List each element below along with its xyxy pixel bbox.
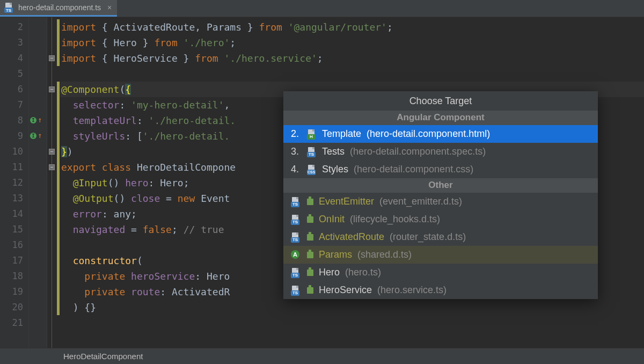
editor-tab[interactable]: TS hero-detail.component.ts × xyxy=(0,0,117,17)
navigate-up-icon[interactable]: ↑ xyxy=(38,131,42,140)
line-number: 13 xyxy=(0,191,28,206)
angular-icon: A xyxy=(291,250,301,260)
popup-item-number: 2. xyxy=(291,128,302,140)
code-line[interactable]: import { Hero } from './hero'; xyxy=(60,35,644,50)
popup-item[interactable]: TSOnInit (lifecycle_hooks.d.ts) xyxy=(283,210,598,228)
popup-item-number: 4. xyxy=(291,164,302,175)
ts-file-icon: TS xyxy=(307,147,317,157)
popup-item-label: Styles xyxy=(322,164,348,175)
popup-item-sub: (router_state.d.ts) xyxy=(390,231,466,243)
popup-item-sub: (lifecycle_hooks.d.ts) xyxy=(350,214,440,225)
navigatable-icon xyxy=(307,199,313,205)
ts-file-icon: TS xyxy=(4,3,14,12)
popup-item-number: 3. xyxy=(291,146,302,157)
popup-item-label: Hero xyxy=(319,267,340,278)
ts-file-icon: TS xyxy=(291,268,301,278)
popup-item[interactable]: TSEventEmitter (event_emitter.d.ts) xyxy=(283,193,598,210)
popup-item[interactable]: 3.TSTests (hero-detail.component.spec.ts… xyxy=(283,143,598,161)
popup-item-label: Params xyxy=(319,249,352,260)
line-number: 6 xyxy=(0,82,28,97)
line-number: 11 xyxy=(0,159,28,175)
code-line[interactable]: ) {} xyxy=(60,300,644,315)
tab-filename: hero-detail.component.ts xyxy=(18,3,101,12)
code-line[interactable] xyxy=(60,66,644,82)
line-number: 18 xyxy=(0,268,28,284)
line-number: 3 xyxy=(0,35,28,50)
navigatable-icon xyxy=(307,216,313,223)
fold-toggle[interactable]: − xyxy=(49,149,55,155)
line-number: 14 xyxy=(0,206,28,222)
popup-item-label: EventEmitter xyxy=(319,196,374,207)
line-number: 2 xyxy=(0,19,28,35)
line-number: 16 xyxy=(0,237,28,253)
popup-item-sub: (hero.ts) xyxy=(345,267,381,278)
popup-title: Choose Target xyxy=(283,91,598,111)
ts-file-icon: TS xyxy=(291,215,301,224)
ts-file-icon: TS xyxy=(291,286,301,295)
navigatable-icon xyxy=(307,287,313,294)
line-number: 19 xyxy=(0,284,28,300)
popup-item-label: OnInit xyxy=(319,214,345,225)
choose-target-popup: Choose Target Angular Component2.HTempla… xyxy=(283,91,598,299)
popup-item-sub: (hero-detail.component.html) xyxy=(367,128,490,140)
tab-bar: TS hero-detail.component.ts × xyxy=(0,0,644,17)
popup-item[interactable]: AParams (shared.d.ts) xyxy=(283,246,598,264)
popup-section-header: Other xyxy=(283,178,598,193)
popup-section-header: Angular Component xyxy=(283,111,598,125)
fold-toggle[interactable]: − xyxy=(49,86,55,92)
popup-item[interactable]: TSActivatedRoute (router_state.d.ts) xyxy=(283,228,598,246)
navigate-up-icon[interactable]: ↑ xyxy=(38,115,42,124)
line-number-gutter: 23456789101112131415161718192021 xyxy=(0,17,29,348)
line-number: 10 xyxy=(0,144,28,159)
popup-item[interactable]: 4.CSSStyles (hero-detail.component.css) xyxy=(283,161,598,178)
popup-item[interactable]: 2.HTemplate (hero-detail.component.html) xyxy=(283,125,598,143)
popup-item-sub: (hero.service.ts) xyxy=(377,285,447,296)
fold-toggle[interactable]: − xyxy=(49,164,55,170)
popup-item-label: HeroService xyxy=(319,285,372,296)
ts-file-icon: TS xyxy=(291,197,301,207)
popup-item[interactable]: TSHero (hero.ts) xyxy=(283,264,598,281)
vcs-change-strip[interactable] xyxy=(57,82,60,315)
fold-column: −−−− xyxy=(47,17,57,348)
vcs-change-strip[interactable] xyxy=(57,19,60,66)
line-number: 21 xyxy=(0,315,28,331)
popup-item-label: ActivatedRoute xyxy=(319,231,384,243)
line-number: 20 xyxy=(0,300,28,315)
code-line[interactable]: import { ActivatedRoute, Params } from '… xyxy=(60,19,644,35)
line-number: 12 xyxy=(0,175,28,191)
implements-gutter-icon[interactable]: I xyxy=(30,117,36,123)
implements-gutter-icon[interactable]: I xyxy=(30,133,36,139)
code-line[interactable] xyxy=(60,315,644,331)
popup-item-sub: (hero-detail.component.css) xyxy=(354,164,473,175)
breadcrumb-bar[interactable]: HeroDetailComponent xyxy=(0,348,644,364)
line-number: 9 xyxy=(0,128,28,144)
ts-file-icon: TS xyxy=(291,232,301,242)
line-number: 5 xyxy=(0,66,28,82)
line-number: 15 xyxy=(0,222,28,237)
line-number: 4 xyxy=(0,50,28,66)
popup-item-sub: (hero-detail.component.spec.ts) xyxy=(350,146,486,157)
css-file-icon: CSS xyxy=(307,165,317,174)
navigatable-icon xyxy=(307,270,313,276)
popup-item-sub: (event_emitter.d.ts) xyxy=(379,196,462,207)
line-number: 17 xyxy=(0,253,28,268)
popup-item-sub: (shared.d.ts) xyxy=(357,249,412,260)
popup-item-label: Template xyxy=(322,128,361,140)
navigatable-icon xyxy=(307,252,313,258)
gutter-marks: I↑I↑ xyxy=(29,17,47,348)
navigatable-icon xyxy=(307,234,313,241)
breadcrumb-item[interactable]: HeroDetailComponent xyxy=(63,352,143,361)
popup-item-label: Tests xyxy=(322,146,345,157)
close-icon[interactable]: × xyxy=(107,3,112,12)
line-number: 8 xyxy=(0,113,28,128)
fold-toggle[interactable]: − xyxy=(49,55,55,61)
popup-item[interactable]: TSHeroService (hero.service.ts) xyxy=(283,281,598,299)
html-file-icon: H xyxy=(307,129,317,139)
code-line[interactable]: import { HeroService } from './hero.serv… xyxy=(60,50,644,66)
line-number: 7 xyxy=(0,97,28,113)
